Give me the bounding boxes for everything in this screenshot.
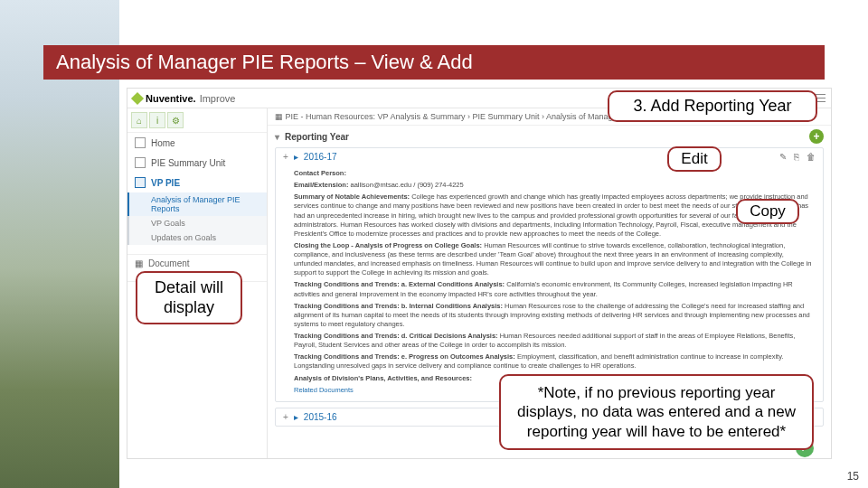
rail-item-label: Document <box>148 258 190 268</box>
callout-text: Detail will display <box>155 278 223 316</box>
card-title: 2015-16 <box>304 412 337 422</box>
rail-gear-icon[interactable]: ⚙ <box>167 112 184 128</box>
product-brand: Nuventive. Improve <box>133 93 235 104</box>
callout-edit: Edit <box>667 146 722 172</box>
callout-text: *Note, if no previous reporting year dis… <box>517 384 796 440</box>
lbl-t3: Tracking Conditions and Trends: d. Criti… <box>294 332 498 340</box>
callout-text: Edit <box>681 150 707 167</box>
rail-item-home[interactable]: Home <box>127 133 267 153</box>
lbl-t1: Tracking Conditions and Trends: a. Exter… <box>294 280 505 288</box>
rail-item-label: Home <box>151 138 175 148</box>
rail-info-icon[interactable]: i <box>149 112 165 128</box>
card-title: 2016-17 <box>304 152 337 162</box>
lbl-contact: Contact Person: <box>294 169 346 177</box>
lbl-extra: Analysis of Division's Plans, Activities… <box>294 374 472 382</box>
chevron-right-icon[interactable]: ▸ <box>294 152 298 162</box>
reporting-year-card: + ▸ 2016-17 ✎ ⎘ 🗑 Contact Person: Email/… <box>275 147 824 402</box>
card-header: + ▸ 2016-17 ✎ ⎘ 🗑 <box>276 148 823 165</box>
page-number: 15 <box>847 470 859 483</box>
rail-item-vp-pie[interactable]: VP PIE <box>127 173 267 192</box>
callout-copy: Copy <box>736 199 799 224</box>
document-icon: ▦ <box>135 258 143 268</box>
edit-icon[interactable]: ✎ <box>779 152 787 162</box>
rail-sub-updates[interactable]: Updates on Goals <box>127 230 267 245</box>
brand-name: Nuventive. <box>146 93 196 104</box>
expand-icon[interactable]: + <box>283 412 288 422</box>
lbl-t2: Tracking Conditions and Trends: b. Inter… <box>294 302 503 310</box>
rail-item-pie-summary-unit[interactable]: PIE Summary Unit <box>127 153 267 173</box>
rail-sub-vp-goals[interactable]: VP Goals <box>127 216 267 230</box>
copy-icon[interactable]: ⎘ <box>794 152 799 162</box>
rail-item-document[interactable]: ▦ Document <box>127 254 267 272</box>
rail-item-label: PIE Summary Unit <box>151 158 225 168</box>
card-tools: ✎ ⎘ 🗑 <box>779 152 816 162</box>
brand-product: Improve <box>200 93 236 104</box>
clipboard-icon <box>135 157 146 168</box>
callout-add-reporting-year: 3. Add Reporting Year <box>608 90 817 122</box>
slide-title-bar: Analysis of Manager PIE Reports – View &… <box>43 45 825 80</box>
chevron-right-icon[interactable]: ▸ <box>294 412 298 422</box>
delete-icon[interactable]: 🗑 <box>807 152 816 162</box>
callout-text: 3. Add Reporting Year <box>633 97 791 115</box>
callout-note: *Note, if no previous reporting year dis… <box>499 374 814 450</box>
lbl-summary: Summary of Notable Achievements: <box>294 192 410 201</box>
rail-sub-analysis[interactable]: Analysis of Manager PIE Reports <box>127 192 267 216</box>
rail-item-label: VP PIE <box>151 178 180 188</box>
section-reporting-year: ▾ Reporting Year + <box>268 126 831 147</box>
pencil-icon <box>135 177 146 188</box>
section-title: Reporting Year <box>285 132 349 142</box>
document-icon: ▦ <box>275 112 286 121</box>
callout-text: Copy <box>750 202 786 220</box>
val-email: aallison@mtsac.edu / (909) 274-4225 <box>351 181 464 189</box>
callout-detail: Detail will display <box>136 271 242 324</box>
rail-home-icon[interactable]: ⌂ <box>131 112 147 128</box>
brand-logo-icon <box>131 91 144 104</box>
lbl-email: Email/Extension: <box>294 181 348 189</box>
add-reporting-year-button[interactable]: + <box>809 129 824 144</box>
slide-title: Analysis of Manager PIE Reports – View &… <box>56 51 473 74</box>
expand-icon[interactable]: + <box>283 152 288 162</box>
rail-icon-row: ⌂ i ⚙ <box>127 108 267 133</box>
lbl-closing: Closing the Loop - Analysis of Progress … <box>294 241 482 249</box>
lbl-t4: Tracking Conditions and Trends: e. Progr… <box>294 352 515 361</box>
home-icon <box>135 137 146 148</box>
chevron-down-icon[interactable]: ▾ <box>275 132 279 142</box>
